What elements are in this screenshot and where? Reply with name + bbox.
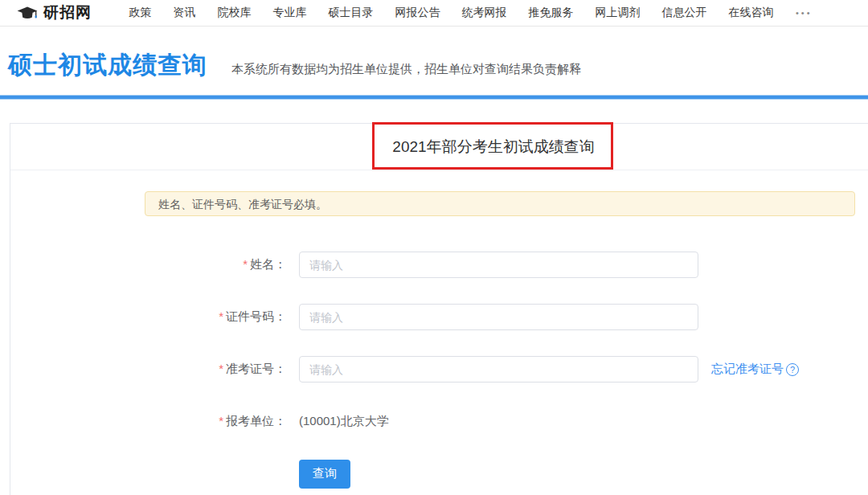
forgot-ticket-link[interactable]: 忘记准考证号? [711,362,799,377]
required-asterisk: * [243,257,248,271]
id-number-field-row: *证件号码： [10,304,868,330]
nav-item-announce[interactable]: 网报公告 [384,6,451,20]
more-ellipsis-icon[interactable]: ••• [796,8,813,18]
id-number-input[interactable] [299,304,698,330]
page-title: 硕士初试成绩查询 [8,51,207,80]
target-school-row: *报考单位： (10001)北京大学 [10,408,868,435]
nav-item-consult[interactable]: 在线咨询 [718,6,784,20]
nav-item-catalog[interactable]: 硕士目录 [317,6,384,20]
page-subtitle: 本系统所有数据均为招生单位提供，招生单位对查询结果负责解释 [231,62,581,77]
name-field-row: *姓名： [10,252,868,278]
admission-ticket-input[interactable] [299,356,698,382]
name-label: *姓名： [10,257,286,272]
submit-row: 查询 [10,460,868,487]
target-school-label-text: 报考单位： [226,414,286,428]
id-number-label: *证件号码： [10,309,286,325]
target-school-label: *报考单位： [10,414,286,429]
name-label-text: 姓名： [250,257,286,271]
panel-header: 2021年部分考生初试成绩查询 [10,124,868,170]
nav-item-news[interactable]: 资讯 [162,6,207,20]
required-fields-alert: 姓名、证件号码、准考证号必填。 [145,191,855,216]
site-logo[interactable]: 研招网 [16,2,92,23]
admission-ticket-field-row: *准考证号： 忘记准考证号? [10,356,868,382]
graduation-cap-icon [16,5,39,21]
nav-item-registration[interactable]: 统考网报 [451,6,518,20]
required-asterisk: * [219,414,223,428]
query-form: *姓名： *证件号码： *准考证号： 忘记准考证号? *报考单位： (10001… [10,252,868,487]
question-circle-icon: ? [786,363,799,376]
name-input[interactable] [299,252,698,278]
score-query-panel: 2021年部分考生初试成绩查询 姓名、证件号码、准考证号必填。 *姓名： *证件… [10,123,868,495]
panel-title: 2021年部分考生初试成绩查询 [392,137,594,158]
required-asterisk: * [219,309,223,323]
forgot-ticket-link-text: 忘记准考证号 [711,362,784,377]
nav-item-adjustment[interactable]: 网上调剂 [584,6,651,20]
id-number-label-text: 证件号码： [226,309,286,323]
logo-text: 研招网 [43,2,92,23]
nav-item-majors[interactable]: 专业库 [262,6,317,20]
nav-menu: 政策 资讯 院校库 专业库 硕士目录 网报公告 统考网报 推免服务 网上调剂 信… [118,6,784,20]
required-asterisk: * [219,362,223,375]
page-header: 硕士初试成绩查询 本系统所有数据均为招生单位提供，招生单位对查询结果负责解释 [0,27,868,80]
nav-item-schools[interactable]: 院校库 [207,6,262,20]
nav-item-policy[interactable]: 政策 [118,6,162,20]
blue-divider [0,96,868,99]
nav-item-exempt[interactable]: 推免服务 [518,6,584,20]
top-navigation: 研招网 政策 资讯 院校库 专业库 硕士目录 网报公告 统考网报 推免服务 网上… [0,0,868,27]
panel-body: 姓名、证件号码、准考证号必填。 *姓名： *证件号码： *准考证号： 忘记准考证… [10,170,868,487]
query-button[interactable]: 查询 [299,460,350,489]
admission-ticket-label-text: 准考证号： [226,362,286,375]
admission-ticket-label: *准考证号： [10,362,286,377]
target-school-value: (10001)北京大学 [299,414,389,429]
nav-item-disclosure[interactable]: 信息公开 [651,6,718,20]
